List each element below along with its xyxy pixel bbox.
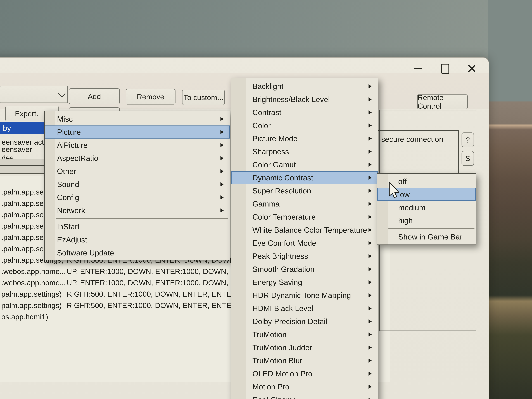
menu-item-show-in-game-bar[interactable]: Show in Game Bar (377, 230, 476, 243)
menu-item-label: AspectRatio (44, 154, 98, 163)
menu-item-config[interactable]: Config (44, 191, 230, 204)
menu-item-energy-saving[interactable]: Energy Saving (231, 276, 378, 289)
submenu-arrow-icon (368, 267, 372, 271)
menu-item-label: Dynamic Contrast (231, 173, 313, 182)
menu-item-label: Contrast (231, 108, 281, 117)
menu-item-label: White Balance Color Temperature (231, 226, 367, 234)
menu-item-network[interactable]: Network (44, 204, 230, 217)
help-button[interactable]: ? (462, 133, 474, 147)
submenu-arrow-icon (221, 169, 224, 173)
submenu-arrow-icon (221, 117, 224, 121)
submenu-arrow-icon (368, 189, 372, 193)
macro-row-name: palm.app.settings) (0, 301, 67, 310)
close-button[interactable]: ✕ (464, 60, 479, 77)
remote-control-button[interactable]: Remote Control (417, 95, 468, 109)
menu-item-high[interactable]: high (377, 214, 476, 227)
menu-item-label: Brightness/Black Level (231, 95, 330, 104)
macro-row-sequence: UP, ENTER:1000, DOWN, ENTER:1000, DOWN, … (67, 279, 256, 287)
menu-item-aspectratio[interactable]: AspectRatio (44, 152, 230, 165)
minimize-button[interactable] (411, 62, 425, 76)
menu-item-label: Motion Pro (231, 382, 289, 391)
to-custom-button[interactable]: To custom... (182, 90, 225, 105)
submenu-arrow-icon (368, 372, 372, 376)
menu-item-label: Picture (44, 128, 81, 136)
submenu-arrow-icon (368, 202, 372, 206)
menu-item-hdr-dynamic-tone-mapping[interactable]: HDR Dynamic Tone Mapping (231, 289, 378, 302)
menu-item-brightness-black-level[interactable]: Brightness/Black Level (231, 93, 378, 106)
remove-button[interactable]: Remove (126, 89, 176, 105)
menu-item-label: Color Temperature (231, 212, 316, 221)
menu-item-software-update[interactable]: Software Update (44, 246, 230, 259)
submenu-arrow-icon (221, 143, 224, 147)
sidebar-scroll-bands[interactable] (0, 158, 46, 177)
submenu-arrow-icon (221, 182, 224, 186)
chevron-down-icon (58, 90, 66, 97)
menu-item-label: HDR Dynamic Tone Mapping (231, 291, 351, 300)
submenu-arrow-icon (368, 333, 372, 336)
secure-connection-label: secure connection (381, 135, 443, 144)
menu-item-instart[interactable]: InStart (44, 220, 230, 233)
menu-item-label: Misc (44, 114, 73, 123)
menu-item-label: TruMotion Blur (231, 356, 302, 365)
submenu-arrow-icon (368, 293, 372, 297)
sidebar-row[interactable]: eensaver dea (0, 148, 46, 159)
menu-item-sharpness[interactable]: Sharpness (231, 145, 378, 158)
menu-item-label: OLED Motion Pro (231, 369, 312, 378)
menu-item-smooth-gradation[interactable]: Smooth Gradation (231, 263, 378, 276)
mouse-cursor (389, 182, 399, 198)
maximize-button[interactable] (438, 60, 453, 77)
menu-item-white-balance-color-temperature[interactable]: White Balance Color Temperature (231, 223, 378, 236)
menu-item-eye-comfort-mode[interactable]: Eye Comfort Mode (231, 236, 378, 249)
menu-item-aipicture[interactable]: AiPicture (44, 139, 230, 152)
desktop-wallpaper (488, 0, 532, 399)
submenu-arrow-icon (368, 215, 372, 219)
menu-item-misc[interactable]: Misc (44, 112, 230, 126)
macro-set-combobox[interactable] (0, 86, 68, 103)
maximize-icon (441, 63, 450, 74)
menu-item-label: TruMotion (231, 330, 287, 339)
submenu-arrow-icon (368, 398, 372, 399)
menu-item-trumotion-blur[interactable]: TruMotion Blur (231, 354, 378, 367)
menu-item-trumotion-judder[interactable]: TruMotion Judder (231, 341, 378, 354)
menu-item-gamma[interactable]: Gamma (231, 197, 378, 210)
add-button[interactable]: Add (69, 89, 120, 104)
menu-item-ezadjust[interactable]: EzAdjust (44, 233, 230, 246)
menu-item-label: HDMI Black Level (231, 304, 313, 313)
menu-item-picture-mode[interactable]: Picture Mode (231, 132, 378, 145)
menu-item-trumotion[interactable]: TruMotion (231, 328, 378, 341)
menu-item-label: Energy Saving (231, 278, 302, 287)
submenu-arrow-icon (368, 124, 372, 127)
menu-item-picture[interactable]: Picture (44, 126, 230, 139)
menu-item-label: Picture Mode (231, 134, 298, 143)
submenu-arrow-icon (368, 150, 372, 154)
menu-item-color-temperature[interactable]: Color Temperature (231, 210, 378, 223)
menu-item-super-resolution[interactable]: Super Resolution (231, 184, 378, 197)
menu-item-hdmi-black-level[interactable]: HDMI Black Level (231, 302, 378, 315)
menu-item-dynamic-contrast[interactable]: Dynamic Contrast (231, 171, 378, 184)
macro-row-name: palm.app.settings) (0, 290, 67, 298)
submenu-arrow-icon (368, 137, 372, 140)
menu-item-peak-brightness[interactable]: Peak Brightness (231, 249, 378, 263)
menu-item-real-cinema[interactable]: Real Cinema (231, 393, 378, 399)
submenu-arrow-icon (368, 110, 372, 114)
menu-item-dolby-precision-detail[interactable]: Dolby Precision Detail (231, 315, 378, 328)
macro-row-name: .webos.app.home... (0, 267, 67, 276)
menu-item-color[interactable]: Color (231, 119, 378, 132)
submenu-arrow-icon (368, 254, 372, 258)
menu-item-label: Network (44, 206, 85, 215)
menu-item-backlight[interactable]: Backlight (231, 80, 378, 93)
sidebar-selected-row[interactable]: by (0, 122, 49, 134)
close-icon: ✕ (466, 61, 477, 76)
menu-item-motion-pro[interactable]: Motion Pro (231, 380, 378, 393)
s-button[interactable]: S (462, 151, 474, 166)
menu-item-contrast[interactable]: Contrast (231, 106, 378, 119)
menu-item-medium[interactable]: medium (377, 201, 476, 214)
menu-item-label: InStart (44, 222, 80, 231)
menu-item-sound[interactable]: Sound (44, 178, 230, 191)
menu-item-oled-motion-pro[interactable]: OLED Motion Pro (231, 367, 378, 380)
menu-item-color-gamut[interactable]: Color Gamut (231, 158, 378, 171)
submenu-arrow-icon (368, 385, 372, 389)
menu-item-other[interactable]: Other (44, 165, 230, 178)
menu-item-label: TruMotion Judder (231, 343, 312, 352)
submenu-arrow-icon (368, 163, 372, 167)
